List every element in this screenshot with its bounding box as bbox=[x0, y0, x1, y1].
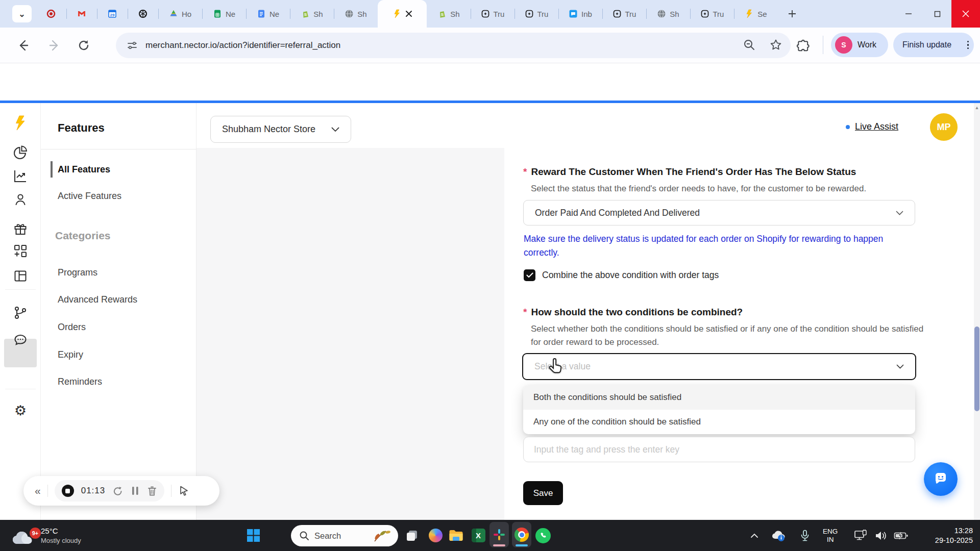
tab-tru-3[interactable]: Tru bbox=[602, 0, 646, 28]
tab-shopify-2[interactable]: S Sh bbox=[427, 0, 471, 28]
chrome-button[interactable] bbox=[512, 522, 531, 547]
page-scrollbar[interactable] bbox=[974, 103, 980, 520]
restart-recording-icon[interactable] bbox=[112, 485, 124, 496]
start-button[interactable] bbox=[244, 520, 262, 551]
whatsapp-button[interactable] bbox=[534, 520, 552, 551]
finish-update-button[interactable]: Finish update bbox=[893, 33, 974, 57]
collapse-recorder-icon[interactable]: « bbox=[35, 485, 41, 497]
tab-gmail[interactable] bbox=[66, 0, 97, 28]
file-explorer-button[interactable] bbox=[447, 520, 464, 551]
tab-tru-4[interactable]: Tru bbox=[690, 0, 734, 28]
tray-expand-button[interactable] bbox=[746, 520, 763, 551]
support-chat-icon[interactable] bbox=[13, 333, 28, 348]
bookmark-star-icon[interactable] bbox=[769, 38, 782, 52]
extensions-puzzle-icon[interactable] bbox=[796, 39, 811, 54]
combine-checkbox-row[interactable]: Combine the above condition with order t… bbox=[524, 269, 719, 281]
maximize-button[interactable] bbox=[923, 0, 951, 28]
close-button[interactable] bbox=[951, 0, 980, 28]
live-chat-widget[interactable] bbox=[924, 462, 958, 496]
menu-option-any[interactable]: Any one of the condition should be satis… bbox=[523, 410, 915, 434]
pie-chart-icon[interactable] bbox=[13, 145, 28, 160]
settings-gear-icon[interactable]: ⚙ bbox=[13, 403, 28, 418]
tab-globe-2[interactable]: Sh bbox=[646, 0, 690, 28]
zoom-icon[interactable] bbox=[743, 38, 756, 52]
combine-mode-select[interactable]: Select a value bbox=[522, 353, 916, 380]
slack-button[interactable] bbox=[489, 522, 509, 547]
language-switcher[interactable]: ENG IN bbox=[823, 520, 838, 551]
panel-divider bbox=[41, 149, 197, 149]
network-tray-button[interactable] bbox=[851, 520, 870, 551]
checkbox-checked-icon[interactable] bbox=[524, 269, 535, 281]
browser-menu-icon[interactable] bbox=[967, 41, 969, 49]
taskbar-clock[interactable]: 13:28 29-10-2025 bbox=[935, 520, 973, 551]
tab-recorder[interactable] bbox=[36, 0, 66, 28]
close-tab-icon[interactable] bbox=[405, 10, 412, 17]
profile-chip[interactable]: S Work bbox=[831, 33, 888, 57]
order-status-select[interactable]: Order Paid And Completed And Delivered bbox=[523, 200, 915, 226]
excel-button[interactable]: X bbox=[470, 520, 487, 551]
tab-tru-2[interactable]: Tru bbox=[514, 0, 558, 28]
tab-active-nector[interactable] bbox=[378, 0, 427, 28]
recorder-controls: 01:13 bbox=[55, 480, 165, 502]
scroll-up-icon[interactable]: ▲ bbox=[974, 105, 980, 110]
gmail-icon bbox=[77, 9, 86, 18]
tab-tru-1[interactable]: Tru bbox=[471, 0, 514, 28]
nector-logo-icon[interactable] bbox=[13, 115, 28, 131]
tab-chatgpt[interactable] bbox=[128, 0, 158, 28]
pages-layout-icon[interactable] bbox=[13, 268, 28, 284]
customers-icon[interactable] bbox=[13, 192, 28, 207]
tab-overflow-button[interactable]: ⌄ bbox=[12, 5, 32, 22]
mic-tray-button[interactable] bbox=[796, 520, 814, 551]
tab-inbox[interactable]: Inb bbox=[558, 0, 602, 28]
tab-shopify[interactable]: S Sh bbox=[290, 0, 334, 28]
tab-drive[interactable]: Ho bbox=[158, 0, 202, 28]
sidebar-item-programs[interactable]: Programs bbox=[58, 267, 97, 278]
features-grid-icon[interactable] bbox=[13, 243, 28, 259]
tag-input[interactable] bbox=[523, 437, 915, 462]
sidebar-item-advanced-rewards[interactable]: Advanced Rewards bbox=[58, 294, 137, 305]
search-input[interactable] bbox=[314, 531, 371, 541]
stop-recording-button[interactable] bbox=[62, 485, 74, 497]
live-assist-link[interactable]: Live Assist bbox=[846, 121, 898, 132]
back-icon[interactable] bbox=[16, 38, 31, 53]
reload-icon[interactable] bbox=[77, 38, 91, 53]
site-settings-icon[interactable] bbox=[126, 39, 138, 52]
screen: ⌄ 29 Ho Ne Ne bbox=[0, 0, 980, 551]
sidebar-item-expiry[interactable]: Expiry bbox=[58, 349, 83, 360]
minimize-button[interactable] bbox=[894, 0, 923, 28]
forward-icon[interactable] bbox=[47, 38, 61, 53]
weather-alert-badge: 9+ bbox=[30, 528, 41, 539]
user-avatar[interactable]: MP bbox=[930, 113, 958, 141]
tab-docs[interactable]: Ne bbox=[246, 0, 290, 28]
rewards-gift-icon[interactable] bbox=[13, 221, 28, 237]
line-chart-icon[interactable] bbox=[13, 168, 28, 184]
new-tab-button[interactable] bbox=[785, 7, 799, 21]
tru-icon bbox=[525, 9, 534, 18]
battery-tray-button[interactable] bbox=[891, 520, 911, 551]
tab-nector-settings[interactable]: Se bbox=[734, 0, 778, 28]
taskbar-search[interactable] bbox=[291, 525, 398, 546]
sidebar-item-reminders[interactable]: Reminders bbox=[58, 377, 102, 387]
task-view-button[interactable] bbox=[403, 520, 421, 551]
menu-option-both[interactable]: Both the conditions should be satisfied bbox=[523, 385, 915, 410]
sidebar-item-all-features[interactable]: All Features bbox=[58, 164, 110, 175]
weather-widget[interactable]: 9+ 25°C Mostly cloudy bbox=[11, 520, 81, 551]
tab-sheets[interactable]: Ne bbox=[202, 0, 246, 28]
cursor-tool-icon[interactable] bbox=[178, 485, 189, 496]
copilot-button[interactable] bbox=[427, 520, 444, 551]
scrollbar-thumb[interactable] bbox=[974, 327, 979, 411]
url-text[interactable]: merchant.nector.io/action?identifier=ref… bbox=[145, 40, 340, 51]
sidebar-item-orders[interactable]: Orders bbox=[58, 322, 86, 333]
save-button[interactable]: Save bbox=[523, 481, 563, 505]
tab-calendar[interactable]: 29 bbox=[97, 0, 128, 28]
tab-globe[interactable]: Sh bbox=[334, 0, 378, 28]
onedrive-tray-button[interactable] bbox=[768, 520, 789, 551]
live-dot-icon bbox=[846, 125, 850, 129]
volume-tray-button[interactable] bbox=[872, 520, 890, 551]
integrations-branch-icon[interactable] bbox=[13, 305, 28, 320]
store-selector[interactable]: Shubham Nector Store bbox=[210, 116, 351, 143]
pause-recording-icon[interactable] bbox=[131, 486, 140, 496]
sidebar-item-active-features[interactable]: Active Features bbox=[58, 191, 121, 202]
address-bar[interactable]: merchant.nector.io/action?identifier=ref… bbox=[116, 33, 791, 58]
delete-recording-icon[interactable] bbox=[147, 486, 157, 496]
